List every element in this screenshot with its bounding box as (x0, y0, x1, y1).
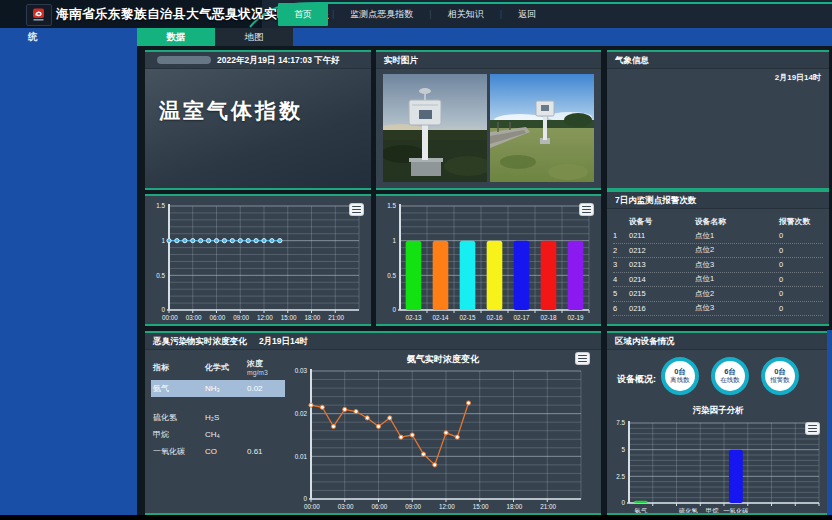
svg-text:0.01: 0.01 (295, 453, 308, 460)
pollutant-table-header: 指标 化学式 浓度mg/m3 (151, 357, 285, 377)
svg-text:氨气: 氨气 (635, 507, 648, 514)
svg-text:12:00: 12:00 (257, 314, 273, 321)
panel-greenhouse-index: 2022年2月19日 14:17:03 下午好 温室气体指数 (145, 50, 371, 190)
panel-daily-bar-chart: 00.511.502-1302-1402-1502-1602-1702-1802… (376, 194, 601, 326)
dashboard-content: 2022年2月19日 14:17:03 下午好 温室气体指数 实时图片 (137, 46, 832, 515)
pollutant-row-ch4[interactable]: 甲烷 CH₄ (151, 426, 285, 443)
bottom-edge (0, 515, 832, 520)
chart-menu-icon[interactable] (576, 353, 589, 364)
svg-text:00:00: 00:00 (162, 314, 178, 321)
weather-date: 2月19日14时 (775, 72, 821, 83)
greenhouse-index-line-chart: 00.511.500:0003:0006:0009:0012:0015:0018… (145, 196, 371, 326)
svg-text:21:00: 21:00 (540, 503, 556, 510)
svg-text:0.5: 0.5 (156, 272, 165, 279)
chart-menu-icon[interactable] (580, 204, 593, 215)
greenhouse-panel-body: 温室气体指数 (145, 69, 371, 188)
svg-text:02-19: 02-19 (567, 314, 584, 321)
table-row: 10211 点位10 (613, 229, 823, 244)
daily-index-bar-chart: 00.511.502-1302-1402-1502-1602-1702-1802… (376, 196, 601, 326)
svg-text:15:00: 15:00 (281, 314, 297, 321)
svg-text:0.02: 0.02 (295, 410, 308, 417)
device-panel-title: 区域内设备情况 (607, 333, 829, 350)
chart-menu-icon[interactable] (350, 204, 363, 215)
svg-text:03:00: 03:00 (338, 503, 354, 510)
svg-text:0: 0 (392, 306, 396, 313)
table-row: 20212 点位20 (613, 244, 823, 259)
svg-text:1: 1 (392, 237, 396, 244)
svg-text:7.5: 7.5 (616, 419, 625, 426)
left-blue-band-foot (0, 455, 146, 515)
page-title-wrap: 统 (28, 31, 38, 44)
svg-text:12:00: 12:00 (439, 503, 455, 510)
svg-text:00:00: 00:00 (304, 503, 320, 510)
nav-item-odor-index[interactable]: 监测点恶臭指数 (338, 3, 425, 26)
panel-index-line-chart: 00.511.500:0003:0006:0009:0012:0015:0018… (145, 194, 371, 326)
pollutant-row-h2s[interactable]: 硫化氢 H₂S (151, 409, 285, 426)
svg-text:硫化氢: 硫化氢 (678, 507, 699, 515)
station-photo-field (490, 74, 594, 182)
svg-text:1.5: 1.5 (387, 202, 396, 209)
panel-pollutant-concentration: 恶臭污染物实时浓度变化 2月19日14时 指标 化学式 浓度mg/m3 氨气 N… (145, 331, 601, 515)
panel-weather-info: 气象信息 2月19日14时 (607, 50, 829, 190)
alarm-table-title: 7日内监测点报警次数 (607, 192, 829, 209)
svg-text:02-13: 02-13 (405, 314, 422, 321)
nav-separator: | (429, 9, 431, 19)
panel-alarm-counts: 7日内监测点报警次数 设备号 设备名称 报警次数 10211 点位10 2021… (607, 190, 829, 326)
site-logo (26, 4, 52, 26)
svg-text:06:00: 06:00 (210, 314, 226, 321)
alarm-table-header: 设备号 设备名称 报警次数 (613, 214, 823, 229)
logo-icon (31, 8, 47, 22)
right-blue-strip (827, 330, 832, 515)
tab-map[interactable]: 地图 (215, 28, 293, 46)
pollutant-row-nh3[interactable]: 氨气 NH₃ 0.02 (151, 380, 285, 397)
svg-text:02-16: 02-16 (486, 314, 503, 321)
table-row: 40214 点位10 (613, 273, 823, 288)
table-row: 50215 点位20 (613, 287, 823, 302)
nav-item-knowledge[interactable]: 相关知识 (436, 3, 496, 26)
tab-data[interactable]: 数据 (137, 28, 215, 46)
svg-text:21:00: 21:00 (328, 314, 344, 321)
chart-menu-icon[interactable] (806, 423, 819, 434)
nav-separator: | (500, 9, 502, 19)
svg-text:1: 1 (161, 237, 165, 244)
pollution-factor-bar-chart: 02.557.5氨气硫化氢甲烷一氧化碳 (607, 419, 829, 515)
nh3-concentration-line-chart: 00.010.020.0300:0003:0006:0009:0012:0015… (285, 365, 595, 515)
svg-text:02-14: 02-14 (432, 314, 449, 321)
svg-text:15:00: 15:00 (473, 503, 489, 510)
weather-title: 气象信息 (607, 52, 829, 69)
device-overview-label: 设备概况: (617, 373, 656, 386)
table-row: 30213 点位30 (613, 258, 823, 273)
nav-item-back[interactable]: 返回 (506, 3, 548, 26)
svg-text:18:00: 18:00 (305, 314, 321, 321)
nav-item-home[interactable]: 首页 (278, 3, 328, 26)
svg-text:0: 0 (303, 495, 307, 502)
pollutant-panel-date: 2月19日14时 (259, 336, 308, 346)
station-photo-dusk (383, 74, 487, 182)
svg-text:5: 5 (621, 446, 625, 453)
main-nav: 首页 | 监测点恶臭指数 | 相关知识 | 返回 (278, 0, 548, 28)
live-photos-title: 实时图片 (376, 52, 601, 69)
svg-text:09:00: 09:00 (405, 503, 421, 510)
app-header: 海南省乐东黎族自治县大气恶臭状况实时发布系 首页 | 监测点恶臭指数 | 相关知… (0, 0, 832, 28)
svg-text:02-18: 02-18 (540, 314, 557, 321)
svg-text:0: 0 (161, 306, 165, 313)
svg-text:02-17: 02-17 (513, 314, 530, 321)
nav-separator: | (332, 9, 334, 19)
alarm-count-badge: 0台 报警数 (761, 357, 799, 395)
svg-text:0: 0 (621, 499, 625, 506)
svg-text:02-15: 02-15 (459, 314, 476, 321)
online-count-badge: 6台 在线数 (711, 357, 749, 395)
svg-text:09:00: 09:00 (233, 314, 249, 321)
pollutant-panel-title: 恶臭污染物实时浓度变化 (153, 336, 247, 346)
panel-live-photos: 实时图片 (376, 50, 601, 190)
offline-count-badge: 0台 离线数 (661, 357, 699, 395)
tab-row: 统 数据 地图 (0, 28, 832, 46)
header-pill-decoration (157, 56, 211, 64)
svg-text:2.5: 2.5 (616, 473, 625, 480)
pollutant-row-co[interactable]: 一氧化碳 CO 0.61 (151, 443, 285, 460)
svg-text:06:00: 06:00 (372, 503, 388, 510)
svg-text:甲烷: 甲烷 (706, 507, 719, 514)
pollutant-table: 指标 化学式 浓度mg/m3 氨气 NH₃ 0.02 硫化氢 H₂S 甲烷 CH… (151, 357, 285, 460)
panel-device-status: 区域内设备情况 设备概况: 0台 离线数 6台 在线数 0台 报警数 污染因子分… (607, 331, 829, 515)
svg-text:1.5: 1.5 (156, 202, 165, 209)
